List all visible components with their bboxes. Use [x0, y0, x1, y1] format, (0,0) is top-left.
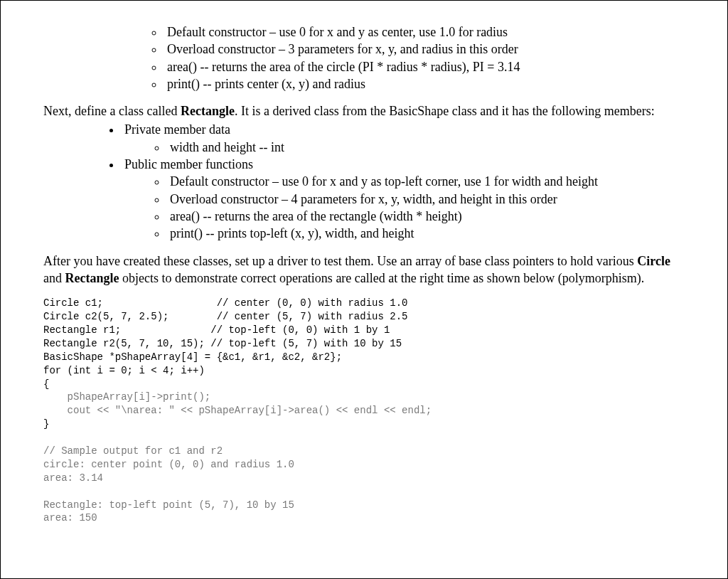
list-item-text: print() -- prints top-left (x, y), width…: [170, 226, 414, 240]
list-item-text: Overload constructor – 4 parameters for …: [170, 192, 557, 206]
rectangle-intro-paragraph: Next, define a class called Rectangle. I…: [43, 102, 685, 119]
list-item-text: width and height -- int: [170, 140, 284, 154]
list-item-text: Default constructor – use 0 for x and y …: [170, 174, 598, 188]
list-item: area() -- returns the area of the rectan…: [167, 208, 685, 225]
list-item: print() -- prints top-left (x, y), width…: [167, 225, 685, 242]
code-block: Circle c1; // center (0, 0) with radius …: [43, 297, 685, 525]
rectangle-class-name: Rectangle: [181, 104, 235, 118]
rectangle-members-list: Private member data width and height -- …: [122, 121, 685, 242]
list-item-text: Private member data: [124, 122, 230, 137]
code-line: }: [43, 418, 49, 430]
text: objects to demonstrate correct operation…: [119, 271, 644, 285]
list-item: print() -- prints center (x, y) and radi…: [164, 75, 685, 92]
list-item-private: Private member data width and height -- …: [122, 121, 685, 156]
text: After you have created these classes, se…: [43, 254, 637, 268]
driver-paragraph: After you have created these classes, se…: [43, 253, 685, 287]
text: and: [43, 271, 65, 285]
public-members-sublist: Default constructor – use 0 for x and y …: [167, 173, 685, 242]
code-line: Rectangle r2(5, 7, 10, 15); // top-left …: [43, 338, 402, 349]
list-item-text: Public member functions: [124, 157, 253, 171]
code-line: Rectangle r1; // top-left (0, 0) with 1 …: [43, 324, 390, 336]
rectangle-class-name: Rectangle: [65, 271, 119, 285]
list-item-text: print() -- prints center (x, y) and radi…: [167, 77, 365, 91]
private-members-sublist: width and height -- int: [167, 139, 685, 156]
code-line: circle: center point (0, 0) and radius 1…: [43, 459, 294, 470]
list-item-text: area() -- returns the area of the circle…: [167, 60, 520, 74]
list-item: area() -- returns the area of the circle…: [164, 58, 685, 75]
list-item-text: Overload constructor – 3 parameters for …: [167, 42, 518, 56]
list-item: Overload constructor – 3 parameters for …: [164, 41, 685, 58]
list-item: Default constructor – use 0 for x and y …: [167, 173, 685, 190]
code-line: cout << "\narea: " << pShapeArray[i]->ar…: [43, 405, 432, 416]
document-page: Default constructor – use 0 for x and y …: [0, 0, 728, 579]
circle-method-list: Default constructor – use 0 for x and y …: [164, 23, 685, 92]
code-line: Rectangle: top-left point (5, 7), 10 by …: [43, 499, 294, 511]
list-item: Overload constructor – 4 parameters for …: [167, 191, 685, 208]
list-item-text: Default constructor – use 0 for x and y …: [167, 25, 508, 39]
code-line: Circle c2(5, 7, 2.5); // center (5, 7) w…: [43, 311, 407, 322]
list-item-text: area() -- returns the area of the rectan…: [170, 209, 462, 223]
text: Next, define a class called: [43, 104, 181, 118]
text: . It is a derived class from the BasicSh…: [235, 104, 655, 118]
code-line: for (int i = 0; i < 4; i++): [43, 365, 205, 376]
code-line: {: [43, 378, 49, 390]
code-line: area: 150: [43, 512, 97, 524]
code-line: // Sample output for c1 and r2: [43, 445, 223, 457]
list-item-public: Public member functions Default construc…: [122, 156, 685, 242]
circle-class-name: Circle: [637, 254, 670, 268]
code-line: pShapeArray[i]->print();: [43, 391, 210, 403]
list-item: Default constructor – use 0 for x and y …: [164, 23, 685, 41]
code-line: area: 3.14: [43, 472, 103, 484]
list-item: width and height -- int: [167, 139, 685, 156]
code-line: Circle c1; // center (0, 0) with radius …: [43, 297, 407, 309]
code-line: BasicShape *pShapeArray[4] = {&c1, &r1, …: [43, 351, 342, 363]
